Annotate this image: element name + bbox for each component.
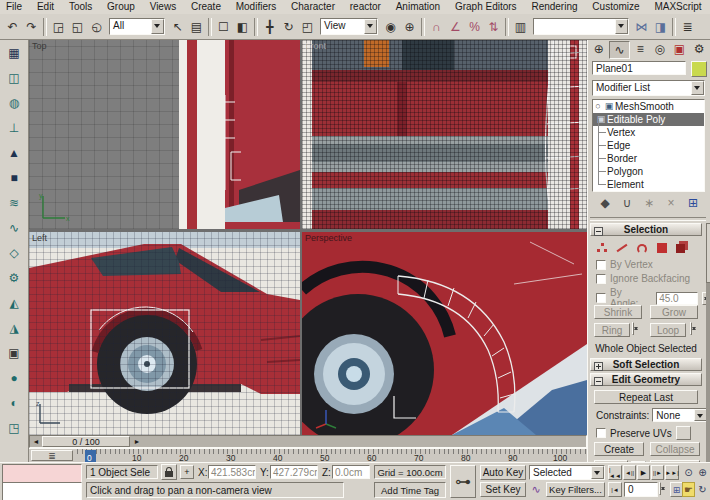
left-tool-button-13[interactable]: ▣	[5, 343, 24, 362]
stack-item-editable-poly[interactable]: ▣ Editable Poly	[593, 113, 704, 126]
left-tool-button-1[interactable]: ▦	[5, 43, 24, 62]
reference-coordinate-dropdown[interactable]: View	[320, 18, 378, 35]
menu-create[interactable]: Create	[185, 0, 227, 12]
window-crossing-button[interactable]: ◧	[233, 17, 252, 36]
chevron-down-icon[interactable]	[364, 19, 377, 34]
left-tool-button-3[interactable]: ◍	[5, 93, 24, 112]
menu-file[interactable]: File	[0, 0, 28, 12]
vertex-mode-button[interactable]	[596, 242, 608, 254]
current-frame-field[interactable]: 0	[624, 482, 658, 497]
pin-stack-button[interactable]: ◆	[596, 195, 614, 211]
by-angle-field[interactable]: 45.0	[656, 292, 698, 305]
default-in-out-tangent-button[interactable]: ∿	[529, 482, 543, 497]
spinner-snap-button[interactable]: ⇅	[484, 17, 503, 36]
preserve-uvs-checkbox[interactable]	[596, 428, 606, 438]
left-tool-button-16[interactable]: ◳	[5, 418, 24, 437]
configure-modifier-sets-button[interactable]: ⊞	[684, 195, 702, 211]
left-tool-button-15[interactable]: ◐	[5, 393, 24, 412]
border-mode-button[interactable]	[636, 242, 648, 254]
ignore-backfacing-checkbox[interactable]	[596, 274, 606, 284]
menu-reactor[interactable]: reactor	[344, 0, 387, 12]
zoom-all-button[interactable]: ⊕	[696, 465, 709, 480]
by-angle-checkbox[interactable]	[596, 293, 606, 303]
key-mode-toggle-button[interactable]: |◄	[608, 482, 622, 497]
unlink-selection-button[interactable]: ◱	[68, 17, 87, 36]
viewport-left-label[interactable]: Left	[32, 233, 47, 243]
play-button[interactable]: ▶	[637, 465, 650, 480]
loop-spinner[interactable]	[690, 322, 692, 335]
object-name-field[interactable]: Plane01	[592, 61, 686, 75]
select-and-move-button[interactable]: ╋	[260, 17, 279, 36]
left-tool-button-6[interactable]: ■	[5, 168, 24, 187]
maxscript-listener-macro[interactable]	[2, 464, 82, 483]
repeat-last-button[interactable]: Repeat Last	[594, 390, 698, 404]
left-tool-button-4[interactable]: ⊥	[5, 118, 24, 137]
menu-customize[interactable]: Customize	[586, 0, 645, 12]
select-and-rotate-button[interactable]: ↻	[279, 17, 298, 36]
menu-edit[interactable]: Edit	[31, 0, 60, 12]
make-unique-button[interactable]: ∗	[640, 195, 658, 211]
shrink-button[interactable]: Shrink	[594, 305, 642, 319]
stack-subitem-polygon[interactable]: Polygon	[607, 165, 704, 178]
key-filters-button[interactable]: Key Filters...	[546, 482, 605, 497]
ring-button[interactable]: Ring	[594, 323, 630, 337]
viewport-left[interactable]: z Left	[29, 232, 300, 435]
panel-scrollbar-thumb[interactable]	[706, 223, 710, 283]
rollout-edit-geometry-header[interactable]: Edit Geometry	[590, 373, 702, 386]
viewport-top[interactable]: x y Top	[29, 40, 300, 229]
viewport-perspective[interactable]: Perspective	[302, 232, 587, 435]
go-to-start-button[interactable]: |◄◄	[608, 465, 622, 480]
tab-motion[interactable]: ◎	[650, 41, 670, 57]
time-slider-prev-button[interactable]: ◄	[31, 437, 41, 446]
tab-utilities[interactable]: ⚙	[689, 41, 709, 57]
left-tool-button-8[interactable]: ∿	[5, 218, 24, 237]
tab-modify[interactable]: ∿	[609, 41, 631, 59]
selection-filter-dropdown[interactable]: All	[109, 18, 165, 35]
mirror-button[interactable]: ⋈	[632, 17, 651, 36]
menu-views[interactable]: Views	[144, 0, 183, 12]
menu-rendering[interactable]: Rendering	[525, 0, 583, 12]
stack-subitem-border[interactable]: Border	[607, 152, 704, 165]
add-time-tag[interactable]: Add Time Tag	[374, 482, 446, 498]
go-to-end-button[interactable]: ►►|	[665, 465, 679, 480]
visibility-bulb-icon[interactable]: ○	[593, 100, 603, 113]
stack-subitem-vertex[interactable]: Vertex	[607, 126, 704, 139]
constraints-dropdown[interactable]: None	[652, 408, 708, 422]
menu-group[interactable]: Group	[101, 0, 141, 12]
rectangular-selection-region-button[interactable]: ☐	[214, 17, 233, 36]
tab-create[interactable]: ⊕	[589, 41, 609, 57]
polygon-mode-button[interactable]	[656, 242, 668, 254]
align-button[interactable]: ◨	[651, 17, 670, 36]
menu-maxscript[interactable]: MAXScript	[648, 0, 707, 12]
set-keys-button[interactable]: ⊶	[450, 465, 476, 498]
menu-graph-editors[interactable]: Graph Editors	[449, 0, 523, 12]
auto-key-button[interactable]: Auto Key	[480, 465, 526, 480]
viewport-front[interactable]: Front	[302, 40, 587, 229]
time-slider-handle[interactable]: 0 / 100	[42, 436, 130, 447]
use-center-button[interactable]: ◉	[381, 17, 400, 36]
stack-item-meshsmooth[interactable]: ○ ▣ MeshSmooth	[593, 100, 704, 113]
modifier-list-dropdown[interactable]: Modifier List	[592, 80, 705, 96]
viewport-top-label[interactable]: Top	[32, 41, 47, 51]
rollout-selection-header[interactable]: Selection	[590, 223, 702, 236]
loop-button[interactable]: Loop	[650, 323, 686, 337]
pan-button[interactable]: ☛	[682, 482, 695, 497]
previous-frame-button[interactable]: ◄||	[623, 465, 636, 480]
bind-to-space-warp-button[interactable]: ◵	[87, 17, 106, 36]
stack-subitem-element[interactable]: Element	[607, 178, 704, 191]
chevron-down-icon[interactable]	[151, 19, 164, 34]
menu-tools[interactable]: Tools	[63, 0, 98, 12]
select-and-link-button[interactable]: ◲	[49, 17, 68, 36]
viewport-front-label[interactable]: Front	[305, 41, 326, 51]
x-coordinate-field[interactable]: 421.583cm	[208, 465, 256, 479]
show-end-result-button[interactable]: ∪	[618, 195, 636, 211]
zoom-button[interactable]: ⊙	[682, 465, 695, 480]
menu-character[interactable]: Character	[285, 0, 341, 12]
left-tool-button-11[interactable]: ◭	[5, 293, 24, 312]
object-color-swatch[interactable]	[691, 61, 707, 77]
chevron-down-icon[interactable]	[691, 81, 704, 95]
layer-manager-button[interactable]: ≣	[678, 17, 697, 36]
chevron-down-icon[interactable]	[591, 466, 604, 479]
z-coordinate-field[interactable]: 0.0cm	[332, 465, 370, 479]
set-key-button[interactable]: Set Key	[480, 482, 526, 497]
